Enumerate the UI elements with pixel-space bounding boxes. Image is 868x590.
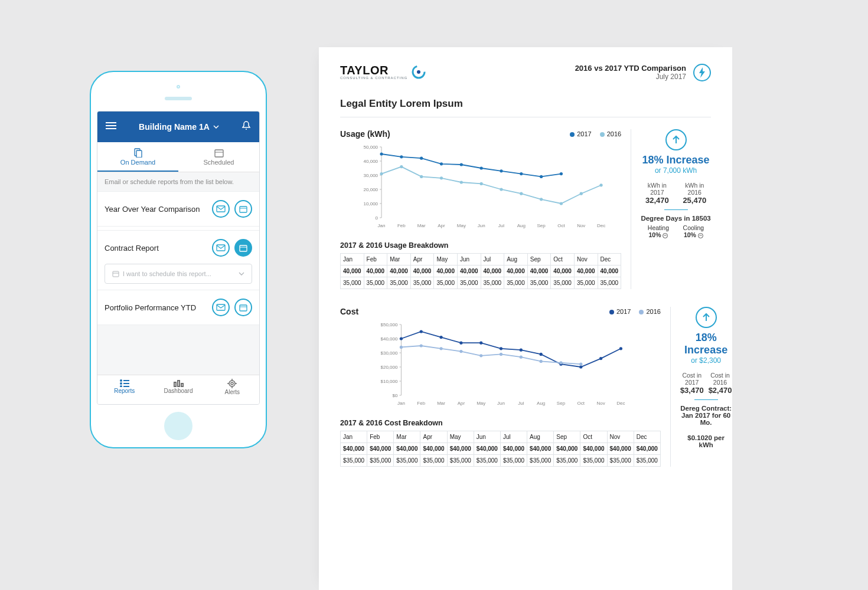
svg-point-77 (480, 182, 483, 185)
usage-legend: 2017 2016 (570, 130, 621, 137)
svg-point-63 (400, 155, 403, 158)
schedule-button-active[interactable] (234, 239, 252, 257)
usage-table: JanFebMarAprMayJunJulAugSepOctNovDec40,0… (340, 253, 621, 289)
svg-point-85 (663, 233, 668, 238)
brand-sub: CONSULTING & CONTRACTING (340, 76, 407, 80)
report-page: TAYLOR CONSULTING & CONTRACTING 2016 vs … (319, 47, 732, 590)
svg-point-119 (540, 353, 543, 356)
svg-rect-11 (217, 245, 225, 251)
app-title[interactable]: Building Name 1A (139, 122, 219, 132)
cost-2016-value: $2,470 (709, 386, 732, 395)
degree-days: Degree Days in 18503 (641, 215, 711, 222)
svg-point-21 (120, 383, 122, 384)
svg-point-3 (246, 129, 247, 130)
bell-icon[interactable] (242, 120, 251, 133)
svg-point-116 (479, 342, 482, 345)
svg-text:Sep: Sep (537, 223, 546, 228)
svg-point-112 (400, 337, 403, 340)
svg-text:Feb: Feb (397, 223, 406, 228)
svg-text:Apr: Apr (458, 401, 465, 406)
svg-point-114 (439, 336, 442, 339)
svg-text:Apr: Apr (438, 223, 445, 228)
app-title-text: Building Name 1A (139, 122, 210, 132)
schedule-button[interactable] (234, 200, 252, 218)
svg-text:$20,000: $20,000 (381, 365, 398, 370)
svg-text:Mar: Mar (417, 223, 426, 228)
svg-rect-16 (217, 304, 225, 310)
svg-point-130 (520, 356, 523, 359)
svg-point-81 (560, 202, 563, 205)
report-label: Portfolio Performance YTD (105, 303, 196, 312)
cost-section: Cost 2017 2016 $0$10,000$20,000$30,000$4… (340, 307, 711, 467)
phone-screen: Building Name 1A On Demand Scheduled Ema… (97, 111, 260, 405)
svg-text:Jul: Jul (498, 223, 504, 228)
svg-point-35 (417, 70, 420, 74)
svg-point-69 (520, 172, 523, 175)
svg-point-64 (420, 157, 423, 160)
svg-point-76 (460, 181, 463, 183)
email-button[interactable] (212, 200, 230, 218)
svg-text:50,000: 50,000 (364, 145, 378, 150)
svg-text:Oct: Oct (557, 223, 565, 228)
svg-point-123 (619, 347, 622, 350)
email-button[interactable] (212, 299, 230, 316)
svg-point-128 (479, 354, 482, 357)
cost-metric-sub: or $2,300 (680, 356, 732, 365)
nav-reports[interactable]: Reports (97, 375, 151, 404)
svg-point-122 (599, 357, 602, 360)
report-header-right: 2016 vs 2017 YTD Comparison July 2017 (575, 64, 711, 81)
report-header: TAYLOR CONSULTING & CONTRACTING 2016 vs … (340, 64, 711, 81)
svg-point-127 (459, 350, 462, 353)
svg-point-72 (380, 172, 383, 175)
svg-rect-9 (240, 206, 247, 212)
svg-text:Jun: Jun (497, 401, 505, 406)
tab-on-demand[interactable]: On Demand (97, 142, 178, 172)
svg-point-71 (560, 172, 563, 175)
svg-point-131 (540, 360, 543, 363)
svg-point-74 (420, 175, 423, 178)
tab-scheduled-label: Scheduled (204, 159, 234, 166)
schedule-dropdown[interactable]: I want to schedule this report... (105, 264, 252, 284)
svg-point-113 (420, 330, 423, 333)
report-row-portfolio: Portfolio Performance YTD (97, 290, 259, 325)
report-date: July 2017 (575, 73, 686, 81)
svg-point-65 (440, 162, 443, 165)
svg-text:$50,000: $50,000 (381, 322, 398, 327)
svg-point-75 (440, 176, 443, 179)
svg-point-23 (120, 386, 122, 387)
tab-on-demand-label: On Demand (120, 159, 155, 166)
nav-dashboard[interactable]: Dashboard (151, 375, 205, 404)
svg-point-80 (540, 198, 543, 201)
cooling-pct: 10% (684, 231, 696, 238)
nav-reports-label: Reports (114, 388, 135, 394)
report-row-yoy: Year Over Year Comparison (97, 191, 259, 227)
svg-text:$40,000: $40,000 (381, 336, 398, 342)
brand-logo: TAYLOR CONSULTING & CONTRACTING (340, 64, 426, 80)
report-row-contract: Contract Report (97, 230, 259, 265)
svg-text:Jan: Jan (397, 401, 405, 406)
cost-title: Cost (340, 307, 358, 316)
nav-alerts[interactable]: Alerts (205, 375, 259, 404)
svg-point-29 (231, 382, 233, 385)
arrow-up-icon (665, 129, 687, 150)
svg-text:Dec: Dec (616, 401, 625, 406)
kwh-2017-value: 32,470 (641, 196, 673, 205)
home-button[interactable] (164, 412, 192, 440)
menu-icon[interactable] (106, 122, 116, 132)
svg-marker-36 (699, 67, 705, 78)
email-button[interactable] (212, 239, 230, 257)
svg-point-86 (698, 233, 703, 238)
legend-2016: 2016 (646, 308, 660, 315)
arrow-up-icon (696, 307, 717, 328)
svg-text:Jun: Jun (478, 223, 485, 228)
schedule-button[interactable] (234, 299, 252, 316)
heating-pct: 10% (648, 231, 661, 238)
svg-point-66 (460, 163, 463, 166)
report-title: 2016 vs 2017 YTD Comparison (575, 64, 686, 73)
speaker-dot (177, 85, 180, 88)
helper-text: Email or schedule reports from the list … (97, 172, 259, 191)
svg-text:May: May (457, 223, 466, 228)
cost-breakdown-title: 2017 & 2016 Cost Breakdown (340, 419, 661, 427)
tab-scheduled[interactable]: Scheduled (178, 142, 259, 172)
usage-title: Usage (kWh) (340, 129, 390, 139)
